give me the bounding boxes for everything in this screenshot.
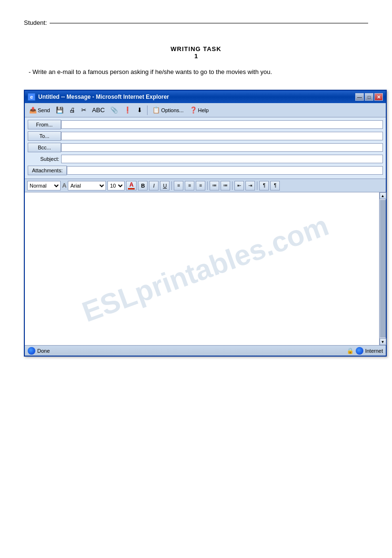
student-line: Student: bbox=[24, 19, 368, 26]
help-button[interactable]: ❓ Help bbox=[188, 106, 211, 114]
style-select[interactable]: Normal bbox=[27, 181, 61, 190]
attachments-row: Attachments: bbox=[28, 165, 383, 176]
instruction-text: - Write an e-mail to a famous person ask… bbox=[29, 68, 368, 75]
priority-high-button[interactable]: ❗ bbox=[122, 106, 133, 114]
spellcheck-button[interactable]: ABC bbox=[90, 106, 107, 114]
scroll-up-arrow[interactable]: ▲ bbox=[380, 192, 386, 199]
help-icon: ❓ bbox=[190, 107, 197, 113]
send-label: Send bbox=[38, 107, 50, 113]
from-button[interactable]: From... bbox=[28, 120, 61, 129]
internet-ie-icon bbox=[356, 347, 363, 355]
align-right-button[interactable]: ≡ bbox=[196, 181, 205, 190]
maximize-button[interactable]: □ bbox=[365, 93, 373, 101]
font-size-icon: A bbox=[62, 182, 66, 189]
bold-button[interactable]: B bbox=[138, 181, 148, 190]
numbered-list-button[interactable]: ≔ bbox=[221, 181, 230, 190]
title-bar-left: e Untitled -- Message - Microsoft Intern… bbox=[28, 93, 169, 101]
student-label: Student: bbox=[24, 19, 47, 26]
scroll-down-arrow[interactable]: ▼ bbox=[380, 338, 386, 345]
bcc-button[interactable]: Bcc... bbox=[28, 143, 61, 152]
align-left-button[interactable]: ≡ bbox=[174, 181, 183, 190]
priority-low-icon: ⬇ bbox=[137, 107, 142, 113]
subject-input[interactable] bbox=[61, 155, 383, 163]
send-button[interactable]: 📤 Send bbox=[27, 106, 52, 114]
to-input[interactable] bbox=[61, 132, 383, 140]
font-color-bar bbox=[128, 188, 135, 190]
attach-icon: 📎 bbox=[110, 107, 118, 113]
paragraph-mark-button[interactable]: ¶ bbox=[259, 181, 269, 190]
indent-increase-button[interactable]: ⇥ bbox=[245, 181, 255, 190]
print-icon: 🖨 bbox=[69, 107, 75, 113]
from-input[interactable] bbox=[61, 120, 383, 129]
internet-label: Internet bbox=[365, 348, 383, 354]
attachments-input[interactable] bbox=[67, 166, 383, 175]
send-icon: 📤 bbox=[29, 107, 37, 113]
options-button[interactable]: 📋 Options... bbox=[150, 106, 185, 114]
attach-button[interactable]: 📎 bbox=[108, 106, 120, 114]
status-right: 🔒 Internet bbox=[347, 347, 383, 355]
bcc-input[interactable] bbox=[61, 143, 383, 152]
status-left: Done bbox=[28, 347, 50, 355]
save-button[interactable]: 💾 bbox=[54, 106, 65, 114]
options-label: Options... bbox=[161, 107, 183, 113]
to-button[interactable]: To... bbox=[28, 131, 61, 141]
indent-decrease-button[interactable]: ⇤ bbox=[234, 181, 244, 190]
email-form: From... To... Bcc... Subject: Attachment… bbox=[25, 117, 386, 179]
spellcheck-icon: ABC bbox=[92, 107, 105, 113]
attachments-button[interactable]: Attachments: bbox=[28, 166, 67, 175]
window-controls: — □ ✕ bbox=[355, 93, 383, 101]
italic-button[interactable]: I bbox=[149, 181, 159, 190]
cut-button[interactable]: ✂ bbox=[79, 106, 88, 114]
minimize-button[interactable]: — bbox=[355, 93, 364, 101]
cut-icon: ✂ bbox=[81, 107, 86, 113]
font-select[interactable]: Arial bbox=[68, 181, 106, 190]
lock-icon: 🔒 bbox=[347, 347, 354, 354]
compose-area[interactable]: ESLprintables.com bbox=[25, 192, 386, 345]
size-select[interactable]: 10 bbox=[107, 181, 125, 190]
show-hide-button[interactable]: ¶ bbox=[270, 181, 280, 190]
email-window-icon: e bbox=[28, 93, 35, 101]
priority-low-button[interactable]: ⬇ bbox=[135, 106, 144, 114]
bcc-row: Bcc... bbox=[28, 142, 383, 153]
format-separator-4 bbox=[257, 181, 257, 190]
help-label: Help bbox=[198, 107, 209, 113]
from-row: From... bbox=[28, 119, 383, 130]
done-label: Done bbox=[37, 348, 50, 354]
subject-row: Subject: bbox=[28, 154, 383, 164]
priority-high-icon: ❗ bbox=[124, 107, 131, 113]
underline-button[interactable]: U bbox=[160, 181, 170, 190]
save-icon: 💾 bbox=[56, 107, 64, 113]
scroll-thumb[interactable] bbox=[380, 200, 386, 337]
format-separator-2 bbox=[207, 181, 208, 190]
format-separator-1 bbox=[171, 181, 172, 190]
scrollbar[interactable]: ▲ ▼ bbox=[379, 192, 386, 345]
toolbar-separator bbox=[147, 105, 148, 115]
main-toolbar: 📤 Send 💾 🖨 ✂ ABC 📎 ❗ ⬇ 📋 Options... bbox=[25, 103, 386, 117]
writing-task-header: WRITING TASK 1 bbox=[24, 45, 368, 60]
options-icon: 📋 bbox=[152, 107, 160, 113]
compose-container: ESLprintables.com ▲ ▼ bbox=[25, 192, 386, 345]
writing-task-title: WRITING TASK bbox=[24, 45, 368, 53]
writing-task-number: 1 bbox=[24, 53, 368, 60]
close-button[interactable]: ✕ bbox=[374, 93, 383, 101]
to-row: To... bbox=[28, 131, 383, 141]
print-button[interactable]: 🖨 bbox=[67, 106, 77, 114]
status-bar: Done 🔒 Internet bbox=[25, 345, 386, 356]
subject-label: Subject: bbox=[28, 156, 61, 162]
student-input-line bbox=[50, 23, 368, 23]
format-toolbar: Normal A Arial 10 A B I U ≡ ≡ ≡ ≔ ≔ ⇤ ⇥ … bbox=[25, 179, 386, 192]
window-title: Untitled -- Message - Microsoft Internet… bbox=[38, 94, 169, 100]
format-separator-3 bbox=[232, 181, 233, 190]
watermark: ESLprintables.com bbox=[78, 209, 333, 329]
font-color-letter: A bbox=[129, 182, 134, 188]
email-window: e Untitled -- Message - Microsoft Intern… bbox=[24, 90, 387, 357]
align-center-button[interactable]: ≡ bbox=[185, 181, 194, 190]
ie-status-icon bbox=[28, 347, 35, 355]
bullet-list-button[interactable]: ≔ bbox=[210, 181, 219, 190]
title-bar: e Untitled -- Message - Microsoft Intern… bbox=[25, 91, 386, 103]
font-color-button[interactable]: A bbox=[126, 181, 137, 190]
